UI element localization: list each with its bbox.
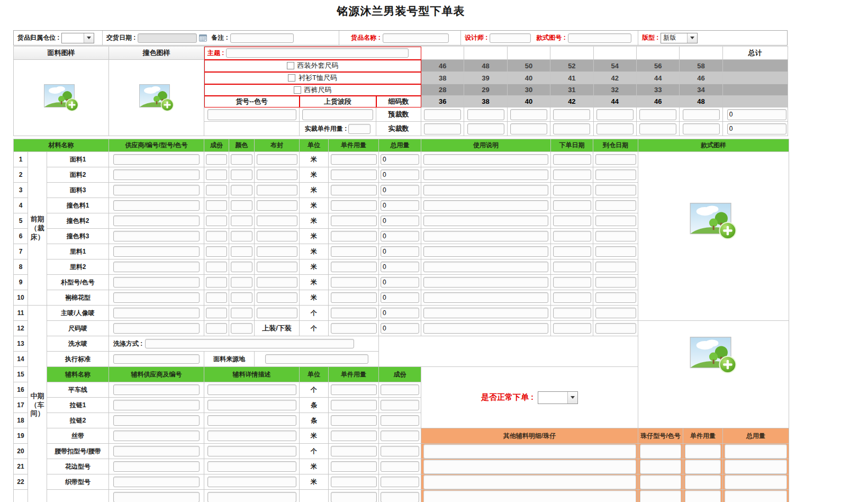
supplier-input[interactable]	[113, 154, 200, 165]
unit-usage-input[interactable]	[331, 292, 377, 303]
color-input[interactable]	[231, 200, 252, 211]
aux-unit-usage-input[interactable]	[331, 400, 377, 410]
item-color-no-input[interactable]	[207, 109, 296, 120]
fabric-width-input[interactable]	[257, 185, 297, 195]
aux-description-input[interactable]	[207, 446, 296, 456]
order-confirm-select[interactable]	[538, 391, 578, 404]
aux-composition-input[interactable]	[381, 492, 419, 502]
total-usage-input[interactable]	[381, 262, 419, 272]
fabric-width-input[interactable]	[257, 292, 297, 303]
bead-total-usage-input[interactable]	[725, 490, 787, 502]
aux-description-input[interactable]	[207, 461, 296, 472]
bead-total-usage-input[interactable]	[725, 460, 787, 474]
composition-input[interactable]	[206, 308, 227, 318]
fabric-width-input[interactable]	[257, 262, 297, 272]
bead-type-input[interactable]	[640, 460, 681, 474]
usage-note-input[interactable]	[423, 308, 548, 318]
order-date-input[interactable]	[553, 185, 591, 195]
color-input[interactable]	[231, 169, 252, 180]
composition-input[interactable]	[206, 200, 227, 211]
aux-description-input[interactable]	[207, 384, 296, 395]
usage-note-input[interactable]	[423, 231, 548, 241]
style-no-input[interactable]	[568, 33, 631, 43]
bead-detail-input[interactable]	[423, 460, 636, 474]
aux-composition-input[interactable]	[381, 477, 419, 487]
aux-supplier-input[interactable]	[113, 400, 200, 410]
order-date-input[interactable]	[553, 262, 591, 272]
unit-usage-input[interactable]	[331, 246, 377, 257]
remark-input[interactable]	[230, 33, 294, 43]
actual-total-input[interactable]	[727, 123, 786, 135]
unit-usage-input[interactable]	[331, 323, 377, 334]
unit-usage-input[interactable]	[331, 169, 377, 180]
color-input[interactable]	[231, 262, 252, 272]
color-input[interactable]	[231, 308, 252, 318]
order-date-input[interactable]	[553, 277, 591, 288]
warehouse-select[interactable]	[61, 33, 94, 43]
bead-type-input[interactable]	[640, 490, 681, 502]
usage-note-input[interactable]	[423, 323, 548, 334]
supplier-input[interactable]	[113, 277, 200, 288]
fabric-width-input[interactable]	[257, 154, 297, 165]
supplier-input[interactable]	[113, 185, 200, 195]
bead-detail-input[interactable]	[423, 475, 636, 489]
aux-unit-usage-input[interactable]	[331, 446, 377, 456]
supplier-input[interactable]	[113, 216, 200, 226]
usage-note-input[interactable]	[423, 216, 548, 226]
aux-unit-usage-input[interactable]	[331, 384, 377, 395]
precut-qty-input[interactable]	[596, 109, 634, 120]
aux-composition-input[interactable]	[381, 415, 419, 426]
order-date-input[interactable]	[553, 216, 591, 226]
color-input[interactable]	[231, 216, 252, 226]
delivery-date-input[interactable]	[138, 33, 197, 43]
supplier-input[interactable]	[113, 231, 200, 241]
trouser-size-checkbox[interactable]	[294, 86, 301, 94]
unit-usage-input[interactable]	[331, 231, 377, 241]
total-usage-input[interactable]	[381, 154, 419, 165]
aux-composition-input[interactable]	[381, 431, 419, 441]
color-input[interactable]	[231, 154, 252, 165]
precut-qty-input[interactable]	[510, 109, 547, 120]
unit-usage-input[interactable]	[331, 185, 377, 195]
fabric-origin-input[interactable]	[265, 354, 368, 364]
shirt-size-checkbox[interactable]	[288, 74, 295, 82]
unit-usage-input[interactable]	[331, 200, 377, 211]
standard-input[interactable]	[113, 354, 200, 364]
composition-input[interactable]	[206, 323, 227, 334]
bead-total-usage-input[interactable]	[725, 444, 787, 459]
aux-supplier-input[interactable]	[113, 477, 200, 487]
precut-qty-input[interactable]	[467, 109, 504, 120]
theme-input[interactable]	[226, 48, 409, 58]
order-date-input[interactable]	[553, 246, 591, 257]
arrive-date-input[interactable]	[595, 277, 636, 288]
total-usage-input[interactable]	[381, 231, 419, 241]
aux-unit-usage-input[interactable]	[331, 477, 377, 487]
precut-qty-input[interactable]	[639, 109, 676, 120]
supplier-input[interactable]	[113, 292, 200, 303]
usage-note-input[interactable]	[423, 154, 548, 165]
actual-unit-usage-input[interactable]	[348, 124, 370, 134]
arrive-date-input[interactable]	[595, 169, 636, 180]
aux-supplier-input[interactable]	[113, 384, 200, 395]
composition-input[interactable]	[206, 231, 227, 241]
supplier-input[interactable]	[113, 246, 200, 257]
fabric-width-input[interactable]	[257, 246, 297, 257]
aux-description-input[interactable]	[207, 431, 296, 441]
aux-composition-input[interactable]	[381, 461, 419, 472]
color-input[interactable]	[231, 277, 252, 288]
unit-usage-input[interactable]	[331, 262, 377, 272]
fabric-width-input[interactable]	[257, 169, 297, 180]
total-usage-input[interactable]	[381, 185, 419, 195]
arrive-date-input[interactable]	[595, 216, 636, 226]
order-date-input[interactable]	[553, 231, 591, 241]
color-input[interactable]	[231, 323, 252, 334]
total-usage-input[interactable]	[381, 308, 419, 318]
arrive-date-input[interactable]	[595, 246, 636, 257]
usage-note-input[interactable]	[423, 246, 548, 257]
bead-total-usage-input[interactable]	[725, 475, 787, 489]
usage-note-input[interactable]	[423, 277, 548, 288]
composition-input[interactable]	[206, 154, 227, 165]
aux-composition-input[interactable]	[381, 384, 419, 395]
supplier-input[interactable]	[113, 169, 200, 180]
bead-detail-input[interactable]	[423, 444, 636, 459]
